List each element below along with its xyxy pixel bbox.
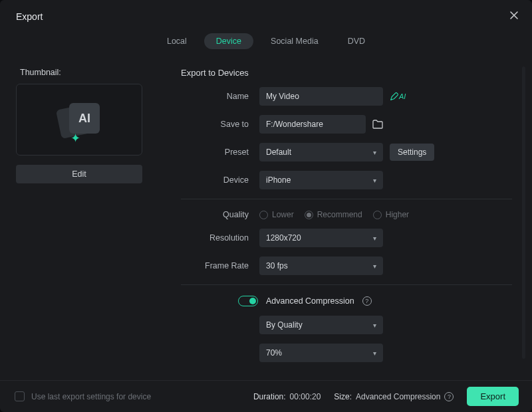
quality-radio-higher[interactable]: Higher — [373, 210, 409, 219]
thumbnail-label: Thumbnail: — [20, 68, 158, 77]
size-display: Size:Advanced Compression ? — [334, 392, 454, 401]
device-label: Device — [173, 175, 259, 185]
chevron-down-icon: ▾ — [373, 262, 376, 270]
frame-rate-label: Frame Rate — [173, 261, 259, 270]
compression-value-select[interactable]: 70% ▾ — [259, 344, 383, 362]
use-last-settings-label: Use last export settings for device — [31, 392, 151, 401]
tab-local[interactable]: Local — [155, 33, 199, 49]
help-icon[interactable]: ? — [362, 296, 372, 306]
preset-select[interactable]: Default ▾ — [259, 143, 383, 161]
edit-thumbnail-button[interactable]: Edit — [16, 165, 142, 183]
name-label: Name — [173, 92, 259, 101]
resolution-label: Resolution — [173, 233, 259, 243]
advanced-compression-toggle[interactable] — [238, 296, 258, 306]
preset-settings-button[interactable]: Settings — [390, 144, 434, 161]
tab-dvd[interactable]: DVD — [336, 33, 377, 49]
use-last-settings-checkbox[interactable] — [15, 391, 25, 401]
preset-label: Preset — [173, 148, 259, 157]
save-to-label: Save to — [173, 120, 259, 129]
divider — [181, 284, 512, 285]
chevron-down-icon: ▾ — [373, 235, 376, 242]
advanced-compression-label: Advanced Compression — [266, 296, 354, 306]
tab-device[interactable]: Device — [204, 33, 253, 49]
quality-label: Quality — [173, 210, 259, 219]
chevron-down-icon: ▾ — [373, 322, 376, 329]
quality-radio-lower[interactable]: Lower — [259, 210, 294, 219]
tab-social-media[interactable]: Social Media — [259, 33, 331, 49]
save-to-input[interactable] — [259, 115, 366, 134]
browse-folder-icon[interactable] — [372, 120, 383, 129]
window-title: Export — [16, 11, 43, 22]
compression-mode-select[interactable]: By Quality ▾ — [259, 316, 383, 334]
sparkle-icon: ✦ — [70, 131, 80, 146]
frame-rate-select[interactable]: 30 fps ▾ — [259, 257, 383, 275]
ai-badge-icon: AI — [69, 103, 100, 134]
thumbnail-preview[interactable]: AI ✦ — [16, 84, 142, 155]
export-button[interactable]: Export — [467, 387, 519, 406]
quality-radio-recommend[interactable]: Recommend — [305, 210, 362, 219]
duration-display: Duration:00:00:20 — [253, 392, 321, 401]
chevron-down-icon: ▾ — [373, 350, 376, 357]
help-icon[interactable]: ? — [444, 392, 454, 401]
divider — [181, 199, 512, 199]
device-select[interactable]: iPhone ▾ — [259, 171, 383, 189]
chevron-down-icon: ▾ — [373, 177, 376, 184]
section-title: Export to Devices — [181, 68, 520, 78]
export-tabs: Local Device Social Media DVD — [0, 29, 532, 58]
chevron-down-icon: ▾ — [373, 149, 376, 156]
close-icon[interactable] — [509, 11, 519, 23]
resolution-select[interactable]: 1280x720 ▾ — [259, 229, 383, 247]
scrollbar[interactable] — [522, 66, 525, 359]
ai-rename-button[interactable]: AI — [390, 92, 406, 101]
name-input[interactable] — [259, 87, 383, 106]
